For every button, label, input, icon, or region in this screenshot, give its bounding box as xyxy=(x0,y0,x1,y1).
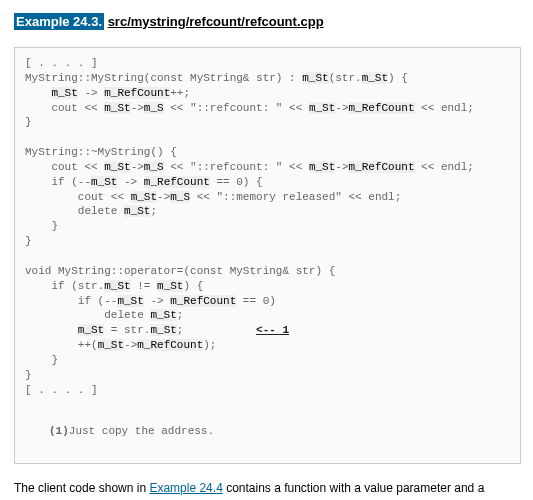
code-text: if (-- xyxy=(25,176,91,188)
code-text: ; xyxy=(150,205,157,217)
code-text: MyString::~MyString() { xyxy=(25,146,177,158)
code-text: ; xyxy=(177,309,184,321)
code-text: [ . . . . ] xyxy=(25,57,98,69)
code-text: << "::refcount: " << xyxy=(164,102,309,114)
code-hl: m_St xyxy=(131,191,157,203)
code-hl: m_St xyxy=(309,161,335,173)
code-text: -> xyxy=(144,295,170,307)
code-text: != xyxy=(131,280,157,292)
code-text: } xyxy=(25,235,32,247)
code-hl: m_RefCount xyxy=(348,161,414,173)
example-filepath: src/mystring/refcount/refcount.cpp xyxy=(108,14,324,29)
code-hl: m_St xyxy=(150,309,176,321)
code-hl: m_RefCount xyxy=(170,295,236,307)
code-text: -> xyxy=(335,102,348,114)
code-text: -> xyxy=(117,176,143,188)
code-hl: m_St xyxy=(302,72,328,84)
code-text: -> xyxy=(78,87,104,99)
paragraph-text: The client code shown in xyxy=(14,481,149,495)
body-paragraph: The client code shown in Example 24.4 co… xyxy=(14,480,521,500)
code-text xyxy=(25,324,78,336)
code-text: void MyString::operator=(const MyString&… xyxy=(25,265,335,277)
code-text: } xyxy=(25,369,32,381)
code-hl: m_St xyxy=(117,295,143,307)
code-hl: m_St xyxy=(104,280,130,292)
code-text: -> xyxy=(335,161,348,173)
code-listing: [ . . . . ] MyString::MyString(const MyS… xyxy=(14,47,521,464)
code-text: cout << xyxy=(25,191,131,203)
code-annotation-1: <-- 1 xyxy=(256,324,289,336)
code-text: ; xyxy=(177,324,256,336)
code-hl: m_S xyxy=(144,102,164,114)
code-text: } xyxy=(25,116,32,128)
code-text: ); xyxy=(203,339,216,351)
code-text: -> xyxy=(131,102,144,114)
code-hl: m_St xyxy=(51,87,77,99)
code-text: } xyxy=(25,220,58,232)
code-hl: m_S xyxy=(170,191,190,203)
code-footnote: (1)Just copy the address. xyxy=(49,424,510,439)
code-hl: m_St xyxy=(150,324,176,336)
code-text: ++; xyxy=(170,87,190,99)
page-wrapper: Example 24.3. src/mystring/refcount/refc… xyxy=(0,0,533,500)
code-text: (str. xyxy=(329,72,362,84)
code-hl: m_St xyxy=(78,324,104,336)
code-text: << endl; xyxy=(415,161,474,173)
code-hl: m_St xyxy=(98,339,124,351)
code-text: ) { xyxy=(388,72,408,84)
code-text: -> xyxy=(157,191,170,203)
code-text: [ . . . . ] xyxy=(25,384,98,396)
code-text: delete xyxy=(25,205,124,217)
code-text: << "::memory released" << endl; xyxy=(190,191,401,203)
code-text: MyString::MyString(const MyString& str) … xyxy=(25,72,302,84)
code-hl: m_S xyxy=(144,161,164,173)
code-text: ) { xyxy=(183,280,203,292)
code-text: if (-- xyxy=(25,295,117,307)
code-text xyxy=(25,87,51,99)
cross-ref-link[interactable]: Example 24.4 xyxy=(149,481,222,495)
paragraph-text: contains a function with a value paramet… xyxy=(223,481,485,495)
code-hl: m_RefCount xyxy=(144,176,210,188)
code-text: << endl; xyxy=(415,102,474,114)
code-hl: m_St xyxy=(104,102,130,114)
code-text: delete xyxy=(25,309,150,321)
example-number: Example 24.3. xyxy=(14,13,104,30)
code-text: cout << xyxy=(25,161,104,173)
code-hl: m_St xyxy=(157,280,183,292)
footnote-number: (1) xyxy=(49,425,69,437)
code-text: -> xyxy=(124,339,137,351)
code-text: == 0) xyxy=(236,295,276,307)
code-hl: m_St xyxy=(362,72,388,84)
code-text: << "::refcount: " << xyxy=(164,161,309,173)
code-text: = str. xyxy=(104,324,150,336)
code-text: ++( xyxy=(25,339,98,351)
code-hl: m_St xyxy=(91,176,117,188)
code-hl: m_RefCount xyxy=(348,102,414,114)
code-text: if (str. xyxy=(25,280,104,292)
code-hl: m_St xyxy=(124,205,150,217)
code-hl: m_St xyxy=(104,161,130,173)
code-hl: m_St xyxy=(309,102,335,114)
code-text: == 0) { xyxy=(210,176,263,188)
code-text: } xyxy=(25,354,58,366)
code-hl: m_RefCount xyxy=(137,339,203,351)
code-text: -> xyxy=(131,161,144,173)
code-text: cout << xyxy=(25,102,104,114)
example-heading: Example 24.3. src/mystring/refcount/refc… xyxy=(14,14,521,29)
footnote-text: Just copy the address. xyxy=(69,425,214,437)
code-hl: m_RefCount xyxy=(104,87,170,99)
